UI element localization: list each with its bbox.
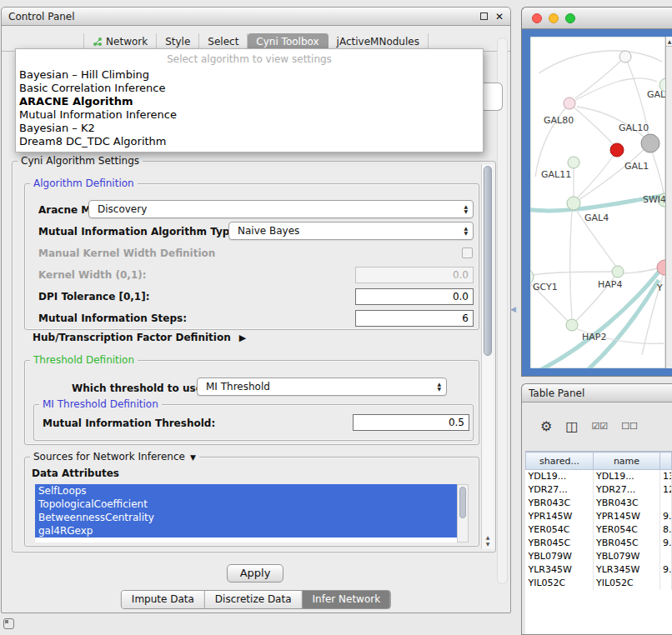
table-cell: YDL19... (594, 470, 660, 483)
table-cell: YLR345W (526, 563, 594, 577)
table-panel-titlebar: Table Panel (522, 384, 672, 402)
table-row[interactable]: YBL079WYBL079W (526, 550, 672, 563)
scrollbar-thumb[interactable] (484, 166, 492, 356)
network-window: GAL80GAL10GAL8GAL11GAL1SWI4GAL4GCY1HAP4Y… (521, 7, 672, 377)
network-edge[interactable] (575, 60, 622, 98)
attribute-item[interactable]: SelfLoops (35, 484, 457, 498)
dpi-tolerance-input[interactable] (355, 288, 474, 305)
close-traffic-light[interactable] (532, 13, 542, 23)
gear-icon[interactable]: ⚙ (540, 419, 552, 434)
table-row[interactable]: YDR27...YDR27...12 (526, 483, 672, 497)
kernel-width-input (355, 267, 474, 283)
network-node[interactable] (641, 134, 659, 152)
mi-steps-input[interactable] (355, 310, 474, 327)
bottom-tab-impute-data[interactable]: Impute Data (122, 591, 205, 608)
mi-algorithm-select[interactable]: Naive Bayes ▲▼ (228, 222, 474, 240)
network-node[interactable] (610, 143, 624, 157)
table-row[interactable]: YBR045CYBR045C9. (526, 537, 672, 550)
network-edge[interactable] (577, 150, 617, 198)
algorithm-option[interactable]: ARACNE Algorithm (16, 95, 483, 108)
attribute-item[interactable]: BetweennessCentrality (35, 511, 457, 524)
network-edge[interactable] (652, 152, 664, 193)
scrollbar-arrows-icon[interactable]: ▲▼ (482, 534, 494, 548)
data-attributes-label: Data Attributes (32, 468, 119, 479)
table-cell: YBL079W (526, 550, 594, 563)
table-row[interactable]: YPR145WYPR145W9. (526, 510, 672, 523)
algorithm-option[interactable]: Bayesian – Hill Climbing (16, 68, 483, 82)
column-header-shared-name[interactable]: shared... (526, 452, 594, 470)
which-threshold-select[interactable]: MI Threshold ▲▼ (197, 378, 447, 396)
attribute-item[interactable]: TopologicalCoefficient (35, 498, 457, 511)
table-toolbar: ⚙ ◫ ☑☑ ☐☐ (540, 419, 638, 434)
titlebar-buttons: ✕ (480, 12, 504, 21)
columns-icon[interactable]: ◫ (565, 419, 578, 434)
algorithm-select-fragment[interactable] (483, 82, 503, 111)
close-icon[interactable]: ✕ (495, 12, 504, 21)
network-node[interactable] (568, 157, 579, 168)
table-row[interactable]: YIL052CYIL052C (526, 577, 672, 590)
network-node[interactable] (564, 98, 575, 109)
algorithm-option[interactable]: Basic Correlation Inference (16, 82, 483, 95)
column-header-name[interactable]: name (594, 452, 660, 470)
attribute-item[interactable]: gal4RGexp (35, 524, 457, 538)
mi-threshold-group: MI Threshold Definition Mutual Informati… (33, 404, 474, 441)
settings-scrollbar[interactable]: ▲▼ (481, 164, 494, 549)
table-row[interactable]: YER054CYER054C8. (526, 523, 672, 537)
hub-definition-toggle[interactable]: Hub/Transcription Factor Definition▶ (33, 332, 246, 343)
network-node[interactable] (619, 51, 631, 62)
table-cell: YBR045C (594, 537, 660, 550)
restore-panel-button[interactable] (3, 618, 14, 629)
expand-arrow-icon: ▶ (239, 332, 246, 343)
network-node[interactable] (612, 266, 624, 278)
mi-threshold-input[interactable] (353, 414, 469, 431)
network-node[interactable] (566, 319, 578, 331)
algorithm-option[interactable]: Bayesian – K2 (16, 122, 483, 135)
deselect-all-icon[interactable]: ☐☐ (621, 419, 638, 434)
algorithm-popup-list: Bayesian – Hill ClimbingBasic Correlatio… (16, 68, 483, 148)
select-all-icon[interactable]: ☑☑ (591, 419, 608, 434)
table-row[interactable]: YBR043CYBR043C (526, 497, 672, 510)
combo-arrows-icon: ▲▼ (464, 204, 468, 214)
float-window-icon[interactable] (480, 12, 488, 20)
aracne-mode-select[interactable]: Discovery ▲▼ (88, 200, 474, 218)
minimize-traffic-light[interactable] (549, 13, 559, 23)
table-cell: YBR043C (526, 497, 594, 510)
network-edge[interactable] (569, 78, 657, 103)
zoom-traffic-light[interactable] (565, 13, 575, 23)
table-cell: YER054C (594, 523, 660, 537)
table-row[interactable]: YDL19...YDL19...13 (526, 470, 672, 483)
table-cell (660, 577, 672, 590)
column-header-extra[interactable] (660, 452, 672, 470)
bottom-tab-discretize-data[interactable]: Discretize Data (205, 591, 303, 608)
manual-kernel-checkbox (462, 248, 473, 258)
network-edge[interactable] (582, 280, 659, 368)
bottom-tab-infer-network[interactable]: Infer Network (303, 591, 391, 608)
table-cell: 9. (660, 563, 672, 577)
control-panel-window: Control Panel ✕ NetworkStyleSelectCyni T… (1, 7, 511, 613)
network-edge[interactable] (623, 268, 658, 273)
network-node[interactable] (567, 197, 580, 210)
tab-label: jActiveMNodules (337, 36, 419, 48)
sources-toggle[interactable]: Sources for Network Inference▼ (30, 451, 199, 462)
control-panel-scrollbar[interactable] (497, 38, 508, 584)
mi-threshold-label: Mutual Information Threshold: (43, 418, 215, 429)
network-edge[interactable] (570, 210, 572, 318)
splitter-collapse-button[interactable]: ◀ (510, 305, 516, 313)
network-canvas[interactable]: GAL80GAL10GAL8GAL11GAL1SWI4GAL4GCY1HAP4Y… (530, 37, 665, 368)
attributes-scrollbar[interactable] (457, 484, 469, 542)
network-edge[interactable] (530, 252, 665, 368)
manual-kernel-label: Manual Kernel Width Definition (38, 248, 215, 259)
scroll-up-icon[interactable]: ▲ (666, 37, 672, 47)
algorithm-option[interactable]: Dream8 DC_TDC Algorithm (16, 135, 483, 148)
tab-label: Select (208, 36, 238, 48)
network-edge[interactable] (532, 272, 612, 275)
apply-button[interactable]: Apply (227, 564, 283, 582)
network-scrollbar[interactable]: ▲ (665, 37, 672, 368)
network-icon (93, 37, 103, 47)
algorithm-option[interactable]: Mutual Information Inference (16, 108, 483, 122)
table-row[interactable]: YLR345WYLR345W9. (526, 563, 672, 577)
network-canvas-svg: GAL80GAL10GAL8GAL11GAL1SWI4GAL4GCY1HAP4Y… (530, 37, 665, 368)
network-edge[interactable] (539, 51, 662, 73)
table-cell (660, 497, 672, 510)
scrollbar-thumb[interactable] (459, 487, 466, 518)
